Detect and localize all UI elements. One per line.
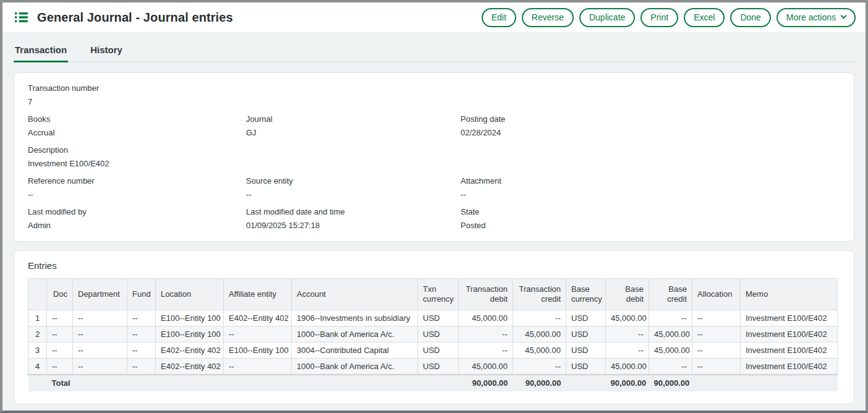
col-base-credit: Base credit: [649, 279, 692, 310]
description-label: Description: [28, 145, 840, 155]
total-label: Total: [47, 375, 418, 391]
tab-history[interactable]: History: [89, 42, 124, 62]
cell-base-debit: --: [606, 326, 649, 343]
chevron-down-icon: [841, 13, 847, 19]
entries-table-header: Doc Department Fund Location Affiliate e…: [28, 279, 838, 310]
field-journal: Journal GJ: [246, 114, 461, 137]
tab-transaction[interactable]: Transaction: [14, 42, 68, 62]
total-spacer: [692, 375, 741, 391]
col-memo: Memo: [741, 279, 838, 310]
list-menu-icon-glyph: [15, 12, 28, 23]
cell-row-number: 4: [28, 359, 47, 375]
header-row: Doc Department Fund Location Affiliate e…: [28, 279, 838, 310]
top-bar: General Journal - Journal entries Edit R…: [2, 2, 866, 32]
reverse-button[interactable]: Reverse: [522, 8, 574, 27]
cell-txn-currency: USD: [418, 326, 459, 343]
cell-transaction-credit: --: [513, 359, 566, 375]
total-spacer: [566, 375, 606, 391]
cell-location: E402--Entity 402: [156, 343, 224, 359]
col-doc: Doc: [47, 279, 73, 310]
field-state: State Posted: [461, 207, 840, 230]
field-books: Books Accrual: [28, 114, 246, 137]
cell-base-currency: USD: [566, 359, 606, 375]
tab-bar: Transaction History: [14, 32, 854, 62]
entries-card: Entries Doc Department Fund Location Aff…: [14, 250, 854, 404]
table-row: 4 -- -- -- E402--Entity 402 -- 1000--Ban…: [28, 359, 838, 375]
cell-base-debit: --: [606, 343, 649, 359]
col-base-debit: Base debit: [606, 279, 649, 310]
field-posting-date: Posting date 02/28/2024: [461, 114, 840, 137]
col-allocation: Allocation: [692, 279, 741, 310]
total-spacer: [741, 375, 838, 391]
col-transaction-debit: Transaction debit: [459, 279, 513, 310]
cell-department: --: [73, 359, 127, 375]
edit-button[interactable]: Edit: [482, 8, 516, 27]
cell-txn-currency: USD: [418, 359, 459, 375]
excel-button[interactable]: Excel: [684, 8, 725, 27]
cell-fund: --: [127, 343, 156, 359]
cell-account: 3004--Contributed Capital: [292, 343, 418, 359]
field-last-modified-datetime: Last modified date and time 01/09/2025 1…: [246, 207, 461, 230]
col-txn-currency: Txn currency: [418, 279, 459, 310]
cell-transaction-credit: --: [513, 310, 566, 326]
entries-table-footer: Total 90,000.00 90,000.00 90,000.00 90,0…: [28, 375, 838, 391]
col-account: Account: [292, 279, 418, 310]
journal-value: GJ: [246, 128, 461, 137]
total-row: Total 90,000.00 90,000.00 90,000.00 90,0…: [28, 375, 838, 391]
cell-affiliate-entity: --: [224, 359, 292, 375]
col-row-number: [28, 279, 47, 310]
cell-base-debit: 45,000.00: [606, 310, 649, 326]
cell-department: --: [73, 326, 127, 343]
attachment-label: Attachment: [461, 176, 840, 185]
reference-number-value: --: [28, 190, 246, 199]
cell-doc: --: [47, 359, 73, 375]
field-transaction-number: Transaction number 7: [28, 83, 840, 106]
cell-base-debit: 45,000.00: [606, 359, 649, 375]
cell-fund: --: [127, 310, 156, 326]
more-actions-button[interactable]: More actions: [777, 8, 856, 27]
last-modified-by-value: Admin: [28, 221, 246, 230]
cell-transaction-credit: 45,000.00: [513, 326, 566, 343]
list-menu-icon[interactable]: [14, 11, 29, 24]
source-entity-label: Source entity: [246, 176, 461, 185]
table-row: 1 -- -- -- E100--Entity 100 E402--Entity…: [28, 310, 838, 326]
cell-account: 1906--Investments in subsidiary: [292, 310, 418, 326]
cell-base-currency: USD: [566, 343, 606, 359]
posting-date-label: Posting date: [461, 114, 840, 124]
cell-location: E402--Entity 402: [156, 359, 224, 375]
col-location: Location: [156, 279, 224, 310]
last-modified-datetime-label: Last modified date and time: [246, 207, 461, 216]
cell-base-credit: 45,000.00: [649, 343, 692, 359]
cell-transaction-debit: --: [459, 326, 513, 343]
cell-location: E100--Entity 100: [156, 326, 224, 343]
cell-allocation: --: [692, 359, 741, 375]
total-transaction-credit: 90,000.00: [513, 375, 566, 391]
table-row: 3 -- -- -- E402--Entity 402 E100--Entity…: [28, 343, 838, 359]
duplicate-button[interactable]: Duplicate: [579, 8, 635, 27]
done-button[interactable]: Done: [730, 8, 770, 27]
field-attachment: Attachment --: [461, 176, 840, 199]
posting-date-value: 02/28/2024: [461, 128, 840, 137]
books-value: Accrual: [28, 128, 246, 137]
cell-doc: --: [47, 310, 73, 326]
cell-transaction-credit: 45,000.00: [513, 343, 566, 359]
cell-base-credit: --: [649, 359, 692, 375]
cell-base-currency: USD: [566, 310, 606, 326]
field-reference-number: Reference number --: [28, 176, 246, 199]
cell-location: E100--Entity 100: [156, 310, 224, 326]
print-button[interactable]: Print: [640, 8, 678, 27]
attachment-value: --: [461, 190, 840, 199]
cell-memo: Investment E100/E402: [741, 326, 838, 343]
books-label: Books: [28, 114, 246, 124]
cell-allocation: --: [692, 310, 741, 326]
cell-department: --: [73, 310, 127, 326]
cell-fund: --: [127, 359, 156, 375]
cell-account: 1000--Bank of America A/c.: [292, 326, 418, 343]
page-title: General Journal - Journal entries: [37, 11, 233, 25]
cell-fund: --: [127, 326, 156, 343]
cell-affiliate-entity: E100--Entity 100: [224, 343, 292, 359]
field-source-entity: Source entity --: [246, 176, 461, 199]
last-modified-by-label: Last modified by: [28, 207, 246, 216]
cell-transaction-debit: --: [459, 343, 513, 359]
reference-number-label: Reference number: [28, 176, 246, 185]
